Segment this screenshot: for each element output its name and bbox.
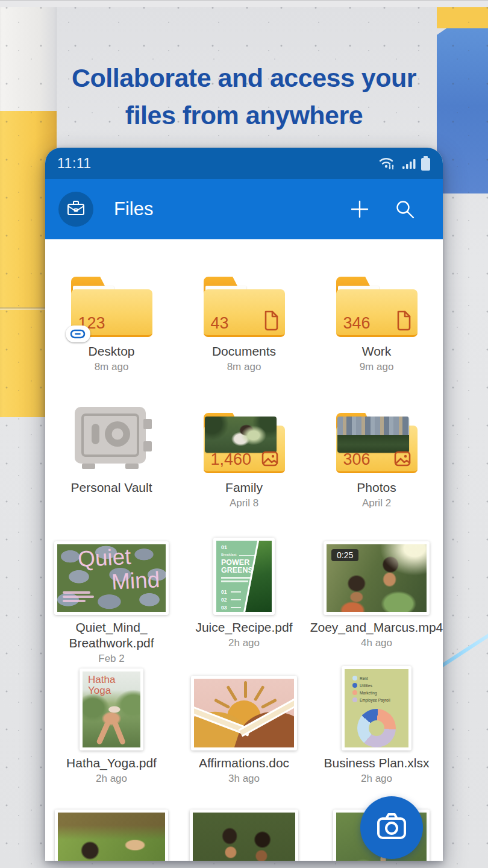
camera-icon	[375, 811, 408, 844]
folder-item-count: 1,460	[211, 450, 252, 469]
file-name: Personal Vault	[70, 480, 152, 495]
vault-icon	[66, 404, 157, 473]
legend-dot	[352, 697, 357, 702]
folder-icon: 43	[204, 277, 285, 337]
legend-label: Employee Payroll	[360, 698, 390, 702]
link-icon	[66, 326, 90, 342]
background-bottom-strip	[0, 0, 488, 7]
wifi-transfer-icon	[378, 156, 398, 171]
legend-dot	[352, 676, 357, 681]
app-bar: Files	[45, 179, 443, 239]
file-name: Hatha_Yoga.pdf	[66, 755, 157, 771]
file-meta: April 2	[362, 497, 391, 509]
cell-signal-icon	[402, 156, 416, 171]
clock-time: 11:11	[57, 156, 92, 172]
file-tile-zoey-and-marcus[interactable]: 0:25 Zoey_and_Marcus.mp4 4h ago	[316, 535, 437, 649]
file-grid: 123 Desktop 8m ago	[45, 239, 443, 861]
folder-cover-photo	[205, 417, 277, 453]
battery-icon	[421, 156, 431, 171]
folder-tile-work[interactable]: 346 Work 9m ago	[316, 269, 437, 373]
photo-thumbnail	[193, 813, 295, 861]
file-name: Affirmations.doc	[199, 755, 289, 771]
briefcase-icon	[66, 199, 86, 219]
file-meta: 2h ago	[96, 773, 127, 785]
camera-fab-button[interactable]	[360, 796, 423, 859]
file-name: Documents	[212, 344, 276, 359]
file-meta: 8m ago	[95, 361, 129, 373]
file-name: Work	[362, 344, 392, 359]
file-name: Juice_Recipe.pdf	[195, 620, 292, 635]
add-button[interactable]	[349, 198, 371, 220]
page-title: Files	[114, 198, 153, 220]
thumbnail-text: Quiet	[77, 544, 132, 572]
thumbnail-text: Mind	[111, 567, 160, 595]
thumbnail-text: 03	[221, 605, 227, 611]
donut-chart	[357, 709, 396, 747]
pdf-thumbnail: Hatha Yoga	[83, 671, 140, 747]
photo-thumbnail	[58, 813, 165, 861]
pdf-thumbnail: Quiet Mind	[57, 544, 166, 612]
legend-label: Utilities	[360, 684, 372, 688]
thumbnail-text: 02	[221, 597, 227, 603]
file-meta: 2h ago	[228, 637, 260, 649]
file-tile-quiet-mind[interactable]: Quiet Mind Quiet_Mind_ Breathwork.pdf Fe…	[51, 535, 172, 665]
file-name: Business Plan.xlsx	[324, 755, 429, 771]
image-icon	[393, 450, 411, 467]
document-icon	[262, 310, 279, 331]
thumbnail-text: Hatha Yoga	[88, 675, 115, 696]
folder-icon: 346	[336, 277, 418, 337]
video-duration-badge: 0:25	[331, 549, 358, 561]
file-meta: 3h ago	[228, 773, 260, 785]
legend-dot	[352, 683, 357, 688]
photo-tile-cropped[interactable]	[184, 810, 304, 861]
photo-tile-cropped[interactable]	[51, 810, 172, 861]
legend-dot	[352, 690, 357, 695]
folder-tile-documents[interactable]: 43 Documents 8m ago	[184, 269, 304, 373]
folder-icon: 306	[336, 413, 418, 473]
doc-thumbnail	[194, 679, 294, 747]
video-thumbnail: 0:25	[327, 544, 427, 612]
folder-tile-family[interactable]: 1,460 Family April 8	[184, 406, 304, 509]
folder-item-count: 306	[343, 450, 371, 469]
file-tile-hatha-yoga[interactable]: Hatha Yoga Hatha_Yoga.pdf 2h ago	[51, 668, 172, 785]
folder-item-count: 346	[343, 314, 371, 333]
file-name: Desktop	[88, 344, 134, 359]
thumbnail-text: 01	[221, 589, 227, 595]
folder-tile-personal-vault[interactable]: Personal Vault	[51, 406, 172, 497]
account-avatar[interactable]	[58, 192, 93, 227]
file-name: Zoey_and_Marcus.mp4	[310, 620, 443, 635]
file-meta: 9m ago	[360, 361, 394, 373]
folder-cover-photo	[337, 417, 409, 453]
folder-icon: 1,460	[204, 413, 285, 473]
phone-screenshot: 11:11	[45, 148, 443, 861]
pdf-thumbnail: 01 Breakfast POWER GREENS 01 02 03	[216, 541, 272, 612]
folder-tile-desktop[interactable]: 123 Desktop 8m ago	[51, 269, 172, 373]
file-meta: 8m ago	[227, 361, 261, 373]
file-tile-juice-recipe[interactable]: 01 Breakfast POWER GREENS 01 02 03	[184, 535, 304, 649]
legend-label: Marketing	[360, 691, 377, 695]
file-tile-affirmations[interactable]: Affirmations.doc 3h ago	[184, 668, 304, 785]
legend-label: Rent	[360, 676, 368, 681]
file-tile-business-plan[interactable]: Rent Utilities Marketing Employee P	[316, 668, 437, 785]
file-name: Photos	[357, 480, 396, 495]
file-name: Family	[225, 480, 263, 495]
search-button[interactable]	[395, 199, 415, 219]
file-meta: 4h ago	[361, 637, 392, 649]
xlsx-thumbnail: Rent Utilities Marketing Employee P	[345, 669, 408, 747]
thumbnail-text: POWER GREENS	[221, 559, 253, 574]
folder-icon: 123	[71, 277, 152, 337]
status-bar: 11:11	[45, 148, 443, 179]
file-meta: 2h ago	[361, 773, 392, 785]
folder-item-count: 43	[211, 314, 229, 333]
file-meta: April 8	[230, 497, 258, 509]
image-icon	[261, 450, 279, 467]
file-meta: Feb 2	[98, 653, 124, 665]
document-icon	[395, 310, 411, 331]
thumbnail-photo-slice	[242, 541, 272, 612]
folder-tile-photos[interactable]: 306 Photos April 2	[316, 406, 437, 509]
thumbnail-text: Breakfast	[221, 553, 236, 556]
file-name: Quiet_Mind_ Breathwork.pdf	[69, 620, 154, 651]
hero-title: Collaborate and access your files from a…	[0, 59, 488, 134]
thumbnail-text: 01	[221, 544, 227, 550]
